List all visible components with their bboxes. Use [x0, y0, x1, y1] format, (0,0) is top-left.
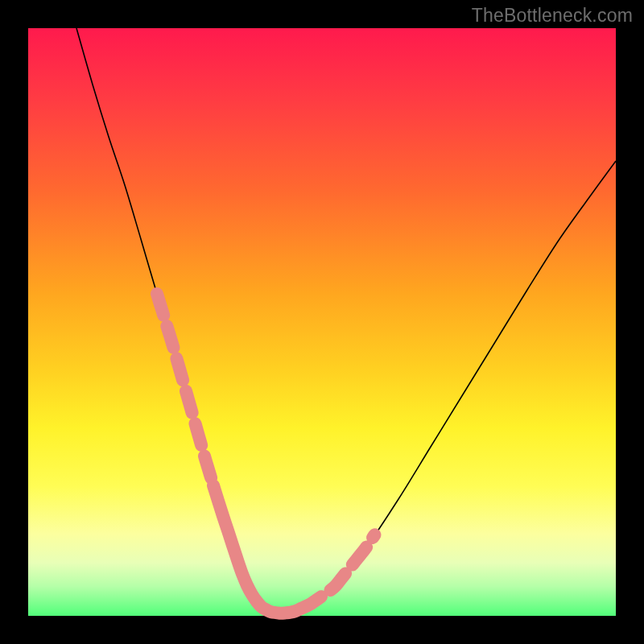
chart-frame: TheBottleneck.com	[0, 0, 644, 644]
highlight-bottom	[213, 485, 302, 613]
highlight-left	[157, 294, 213, 485]
plot-area	[28, 28, 616, 616]
highlight-right	[302, 535, 374, 608]
curve-svg	[28, 28, 616, 616]
bottleneck-curve	[76, 28, 616, 613]
watermark-text: TheBottleneck.com	[472, 5, 633, 27]
